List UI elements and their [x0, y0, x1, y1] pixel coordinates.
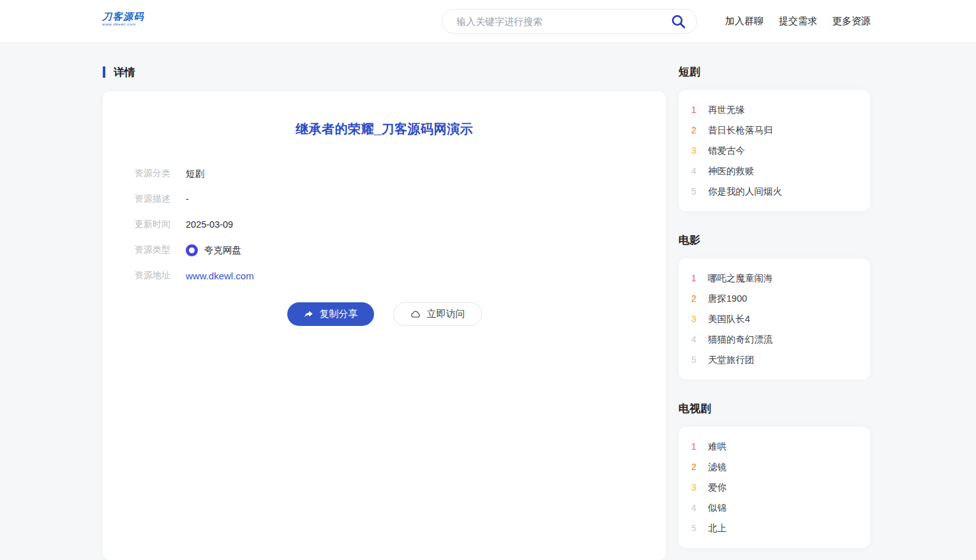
nav-link[interactable]: 加入群聊: [725, 15, 763, 27]
rank-title: 昔日长枪落马归: [708, 124, 773, 136]
copy-share-label: 复制分享: [320, 308, 358, 320]
resource-url-link[interactable]: www.dkewl.com: [186, 270, 254, 281]
sidebar-section-title: 电视剧: [679, 402, 870, 415]
visit-now-label: 立即访问: [427, 308, 465, 320]
detail-column: 详情 继承者的荣耀_刀客源码网演示 资源分类短剧资源描述-更新时间2025-03…: [103, 66, 666, 560]
rank-number: 4: [691, 166, 701, 176]
copy-share-button[interactable]: 复制分享: [287, 302, 374, 326]
cloud-icon: [410, 309, 421, 320]
nav-link[interactable]: 更多资源: [832, 15, 871, 27]
heading-accent-bar: [103, 66, 105, 78]
sidebar: 短剧1再世无缘2昔日长枪落马归3错爱古今4神医的救赎5你是我的人间烟火电影1哪吒…: [679, 66, 870, 560]
field-label: 资源描述: [135, 193, 174, 205]
field-value-text: -: [186, 194, 189, 204]
rank-item[interactable]: 5北上: [691, 518, 857, 538]
detail-field-row: 资源类型夸克网盘: [135, 242, 634, 258]
rank-number: 4: [691, 503, 701, 513]
rank-number: 3: [691, 314, 701, 324]
rank-item[interactable]: 5你是我的人间烟火: [691, 181, 857, 202]
page-content: 详情 继承者的荣耀_刀客源码网演示 资源分类短剧资源描述-更新时间2025-03…: [0, 43, 976, 560]
search-input[interactable]: [456, 16, 670, 27]
field-label: 资源类型: [135, 244, 174, 256]
detail-card: 继承者的荣耀_刀客源码网演示 资源分类短剧资源描述-更新时间2025-03-09…: [103, 91, 666, 560]
rank-item[interactable]: 4猫猫的奇幻漂流: [691, 329, 857, 350]
rank-title: 北上: [708, 522, 726, 534]
detail-fields: 资源分类短剧资源描述-更新时间2025-03-09资源类型夸克网盘资源地址www…: [135, 166, 634, 283]
rank-number: 3: [691, 482, 701, 492]
field-value-text: 夸克网盘: [204, 244, 241, 256]
field-value-text: 2025-03-09: [186, 219, 233, 230]
rank-title: 滤镜: [708, 461, 726, 473]
rank-number: 5: [691, 355, 701, 365]
logo-subtext: www.dkewl.com: [102, 22, 144, 27]
rank-title: 哪吒之魔童闹海: [708, 272, 773, 284]
quark-disk-icon: [186, 244, 198, 256]
search-icon: [670, 13, 687, 30]
rank-title: 你是我的人间烟火: [708, 186, 782, 198]
rank-title: 再世无缘: [708, 104, 745, 116]
resource-title: 继承者的荣耀_刀客源码网演示: [135, 121, 634, 138]
rank-item[interactable]: 4似锦: [691, 497, 857, 518]
sidebar-section-title: 电影: [679, 234, 870, 247]
rank-item[interactable]: 1难哄: [691, 436, 857, 457]
rank-item[interactable]: 2唐探1900: [691, 288, 857, 309]
rank-title: 难哄: [708, 441, 726, 453]
nav-link[interactable]: 提交需求: [779, 15, 817, 27]
rank-number: 1: [691, 105, 701, 115]
detail-field-row: 更新时间2025-03-09: [135, 217, 634, 232]
rank-title: 猫猫的奇幻漂流: [708, 334, 773, 346]
rank-number: 1: [691, 273, 701, 283]
rank-item[interactable]: 3爱你: [691, 477, 857, 497]
rank-number: 5: [691, 186, 701, 196]
sidebar-rank-card: 1再世无缘2昔日长枪落马归3错爱古今4神医的救赎5你是我的人间烟火: [679, 90, 870, 211]
rank-number: 5: [691, 523, 701, 533]
rank-item[interactable]: 2昔日长枪落马归: [691, 120, 857, 140]
rank-title: 错爱古今: [708, 145, 745, 157]
sidebar-rank-card: 1难哄2滤镜3爱你4似锦5北上: [679, 427, 870, 548]
main-nav: 加入群聊提交需求更多资源: [725, 0, 871, 43]
sidebar-rank-card: 1哪吒之魔童闹海2唐探19003美国队长44猫猫的奇幻漂流5天堂旅行团: [679, 258, 870, 379]
page-title: 详情: [114, 65, 135, 80]
rank-item[interactable]: 4神医的救赎: [691, 161, 857, 181]
field-value-text: 短剧: [186, 168, 204, 180]
detail-field-row: 资源描述-: [135, 191, 634, 207]
rank-number: 2: [691, 125, 701, 135]
detail-field-row: 资源分类短剧: [135, 166, 634, 181]
field-label: 资源地址: [135, 270, 174, 281]
rank-title: 天堂旅行团: [708, 354, 755, 366]
field-value: 短剧: [186, 168, 204, 180]
rank-number: 1: [691, 441, 701, 452]
rank-title: 爱你: [708, 482, 726, 494]
visit-now-button[interactable]: 立即访问: [393, 302, 482, 326]
rank-number: 2: [691, 462, 701, 472]
search-bar: [442, 9, 697, 34]
rank-item[interactable]: 3美国队长4: [691, 309, 857, 329]
rank-title: 美国队长4: [708, 313, 750, 325]
rank-item[interactable]: 3错爱古今: [691, 140, 857, 161]
top-header: 刀客源码 www.dkewl.com 加入群聊提交需求更多资源: [0, 0, 976, 43]
rank-item[interactable]: 2滤镜: [691, 457, 857, 477]
logo-text: 刀客源码: [102, 11, 144, 22]
site-logo[interactable]: 刀客源码 www.dkewl.com: [102, 11, 144, 27]
rank-title: 神医的救赎: [708, 165, 755, 177]
rank-number: 4: [691, 334, 701, 344]
rank-item[interactable]: 1再世无缘: [691, 99, 857, 120]
field-value: 夸克网盘: [186, 244, 241, 256]
rank-title: 似锦: [708, 502, 726, 514]
field-value: www.dkewl.com: [186, 270, 254, 281]
rank-title: 唐探1900: [708, 293, 747, 305]
detail-field-row: 资源地址www.dkewl.com: [135, 268, 634, 283]
field-value: 2025-03-09: [186, 219, 233, 230]
rank-number: 3: [691, 145, 701, 156]
sidebar-section-title: 短剧: [679, 66, 870, 78]
share-icon: [303, 309, 314, 320]
action-buttons: 复制分享 立即访问: [135, 302, 634, 326]
field-value: -: [186, 194, 189, 204]
rank-number: 2: [691, 293, 701, 304]
field-label: 资源分类: [135, 168, 174, 179]
search-button[interactable]: [670, 13, 687, 31]
field-label: 更新时间: [135, 219, 174, 230]
detail-section-heading: 详情: [103, 66, 666, 78]
rank-item[interactable]: 1哪吒之魔童闹海: [691, 268, 857, 288]
rank-item[interactable]: 5天堂旅行团: [691, 350, 857, 370]
